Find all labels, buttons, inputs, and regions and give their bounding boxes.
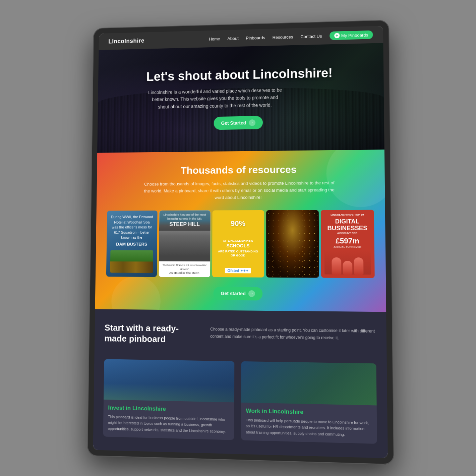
card-wwii-highlight: DAM BUSTERS	[110, 241, 153, 247]
hero-content: Let's shout about Lincolnshire! Lincolns…	[146, 66, 333, 131]
card-digital-suffix: ANNUAL TURNOVER	[324, 246, 371, 249]
person-silhouette-1	[332, 257, 341, 275]
my-pinboards-button[interactable]: + My Pinboards	[330, 31, 373, 40]
plus-icon: +	[334, 33, 340, 38]
card-digital-businesses: LINCOLNSHIRE'S TOP 10 DIGITAL BUSINESSES…	[320, 210, 374, 278]
resources-title: Thousands of resources	[107, 163, 374, 177]
card-digital-label: LINCOLNSHIRE'S TOP 10	[324, 214, 370, 217]
pinboard-work-title: Work in Lincolnshire	[246, 408, 372, 417]
ofsted-logo: Ofsted ✦✦✦	[225, 268, 251, 274]
nav-home[interactable]: Home	[209, 36, 220, 41]
pinboard-invest-image	[104, 359, 234, 402]
nav-resources[interactable]: Resources	[273, 35, 293, 40]
hero-cta-button[interactable]: Get Started →	[214, 116, 263, 130]
screen: Lincolnshire Home About Pinboards Resour…	[93, 26, 388, 458]
hero-subtitle: Lincolnshire is a wonderful and varied p…	[146, 86, 284, 111]
resources-cta-button[interactable]: Get started →	[214, 287, 263, 301]
person-silhouette-2	[343, 261, 352, 275]
person-silhouette-3	[354, 258, 363, 275]
card-wwii: During WWII, the Petwood Hotel at Woodha…	[106, 211, 157, 277]
nav-links: Home About Pinboards Resources Contact U…	[209, 31, 373, 43]
pinboard-section-title: Start with a ready-made pinboard	[104, 323, 197, 345]
pinboard-card-invest[interactable]: Invest in Lincolnshire This pinboard is …	[103, 359, 235, 440]
card-steep-quote: "Get lost in Britain's 19 most beautiful…	[159, 261, 210, 278]
ninety-percent-number: 90%	[231, 215, 245, 229]
card-steep-hill: Lincolnshire has one of the most beautif…	[159, 211, 210, 277]
pinboard-left-col: Start with a ready-made pinboard	[104, 323, 197, 347]
pinboard-right-col: Choose a ready-made pinboard as a starti…	[210, 324, 376, 342]
pinboard-section-description: Choose a ready-made pinboard as a starti…	[210, 326, 376, 342]
pinboard-invest-title: Invest in Lincolnshire	[108, 404, 229, 414]
card-wwii-text: During WWII, the Petwood Hotel at Woodha…	[110, 215, 153, 248]
pinboard-section: Start with a ready-made pinboard Choose …	[94, 309, 386, 364]
nav-about[interactable]: About	[227, 36, 238, 41]
nav-contact[interactable]: Contact Us	[300, 34, 322, 39]
pinboard-card-work[interactable]: Work in Lincolnshire This pinboard will …	[241, 361, 377, 444]
resource-cards-row: During WWII, the Petwood Hotel at Woodha…	[105, 210, 375, 278]
cta-arrow-icon: →	[249, 119, 255, 126]
card-lights	[266, 210, 319, 278]
pinboard-invest-text: This pinboard is ideal for business peop…	[108, 414, 230, 435]
resources-cta-arrow-icon: →	[248, 290, 255, 297]
pinboard-work-image	[241, 361, 376, 406]
ofsted-stars-icon: ✦✦✦	[240, 269, 248, 273]
pinboard-work-text: This pinboard will help persuade people …	[246, 417, 372, 438]
pinboard-work-body: Work in Lincolnshire This pinboard will …	[241, 403, 377, 444]
people-silhouettes	[332, 257, 363, 275]
resources-subtitle: Choose from thousands of images, facts, …	[142, 180, 336, 201]
lights-dots	[266, 210, 319, 278]
pinboard-cards-row: Invest in Lincolnshire This pinboard is …	[93, 359, 388, 458]
card-wwii-image	[110, 250, 153, 273]
card-digital-prefix: ACCOUNT FOR	[324, 232, 371, 235]
card-digital-amount: £597m	[324, 237, 371, 246]
card-steep-image: Lincolnshire has one of the most beautif…	[159, 211, 211, 261]
resources-section: Thousands of resources Choose from thous…	[95, 150, 386, 312]
card-ninety-percent: 90% OF LINCOLNSHIRE'S SCHOOLS ARE RATED …	[212, 211, 264, 278]
card-steep-title: Lincolnshire has one of the most beautif…	[162, 213, 207, 228]
nav-pinboards[interactable]: Pinboards	[246, 35, 265, 41]
ninety-percent-text: OF LINCOLNSHIRE'S SCHOOLS ARE RATED OUTS…	[216, 239, 261, 258]
pinboard-invest-body: Invest in Lincolnshire This pinboard is …	[103, 400, 234, 440]
device-frame: Lincolnshire Home About Pinboards Resour…	[87, 20, 394, 465]
card-digital-title: DIGITAL BUSINESSES	[324, 218, 371, 232]
site-brand: Lincolnshire	[108, 37, 144, 45]
card-steep-overlay: Lincolnshire has one of the most beautif…	[159, 211, 210, 231]
hero-section: Let's shout about Lincolnshire! Lincolns…	[97, 43, 384, 153]
card-digital-image	[324, 251, 371, 275]
